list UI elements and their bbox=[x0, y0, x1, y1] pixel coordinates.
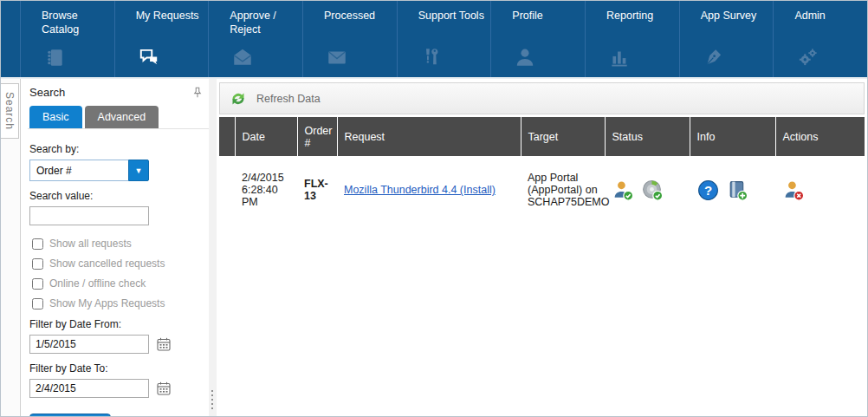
show-my-apps-requests-checkbox[interactable] bbox=[32, 298, 43, 309]
checkbox-show-cancelled-requests[interactable]: Show cancelled requests bbox=[29, 257, 200, 270]
column-header-status[interactable]: Status bbox=[605, 117, 690, 156]
column-header-select bbox=[219, 117, 235, 156]
user-approved-icon bbox=[612, 179, 635, 202]
content-area: Search Search Basic Advanced Search by: … bbox=[1, 77, 867, 416]
catalog-icon bbox=[43, 46, 66, 68]
nav-my-requests[interactable]: My Requests bbox=[114, 1, 209, 77]
envelope-icon bbox=[326, 46, 348, 68]
row-select-cell bbox=[219, 156, 235, 224]
search-value-input[interactable] bbox=[29, 206, 149, 225]
chat-icon bbox=[138, 46, 160, 68]
tab-advanced[interactable]: Advanced bbox=[85, 106, 159, 128]
nav-app-survey[interactable]: App Survey bbox=[679, 1, 774, 77]
row-date: 2/4/2015 6:28:40 PM bbox=[235, 156, 297, 224]
column-header-info[interactable]: Info bbox=[690, 117, 775, 156]
table-header-row: Date Order # Request Target Status Info … bbox=[219, 117, 865, 156]
search-by-label: Search by: bbox=[29, 143, 200, 155]
info-icons: ? bbox=[696, 179, 768, 202]
search-form: Search by: Order # ▼ Search value: Show … bbox=[28, 129, 209, 417]
nav-browse-catalog[interactable]: Browse Catalog bbox=[20, 1, 114, 77]
app-portal-window: Browse Catalog My Requests Approve / Rej… bbox=[0, 0, 868, 417]
nav-support-tools[interactable]: Support Tools bbox=[397, 1, 491, 77]
date-from-label: Filter by Date From: bbox=[29, 318, 200, 330]
search-panel-title: Search bbox=[29, 86, 65, 99]
gears-icon bbox=[796, 46, 819, 68]
top-navigation: Browse Catalog My Requests Approve / Rej… bbox=[1, 1, 867, 77]
nav-approve-reject[interactable]: Approve / Reject bbox=[208, 1, 302, 77]
cancel-request-icon[interactable] bbox=[782, 179, 806, 202]
pin-icon[interactable] bbox=[191, 87, 204, 99]
requests-main-area: Refresh Data Date Order # Request Target… bbox=[217, 79, 867, 416]
nav-reporting[interactable]: Reporting bbox=[585, 1, 679, 77]
date-to-input[interactable] bbox=[29, 379, 149, 398]
help-icon[interactable]: ? bbox=[696, 179, 720, 202]
nav-profile[interactable]: Profile bbox=[490, 1, 585, 77]
refresh-icon[interactable] bbox=[228, 88, 249, 109]
search-button[interactable]: Search bbox=[29, 414, 111, 417]
nav-admin[interactable]: Admin bbox=[773, 1, 867, 77]
date-from-input[interactable] bbox=[29, 335, 149, 354]
search-by-selected-value: Order # bbox=[29, 160, 128, 181]
checkbox-show-my-apps-requests[interactable]: Show My Apps Requests bbox=[29, 297, 200, 309]
checkbox-show-all-requests[interactable]: Show all requests bbox=[29, 238, 200, 250]
column-header-date[interactable]: Date bbox=[235, 117, 297, 156]
table-row: 2/4/2015 6:28:40 PM FLX-13 Mozilla Thund… bbox=[219, 156, 865, 224]
calendar-icon[interactable] bbox=[156, 381, 172, 396]
show-all-requests-checkbox[interactable] bbox=[32, 238, 43, 250]
requests-table: Date Order # Request Target Status Info … bbox=[219, 117, 865, 224]
action-icons bbox=[782, 179, 858, 202]
search-vertical-tab[interactable]: Search bbox=[1, 83, 19, 139]
grid-toolbar: Refresh Data bbox=[219, 82, 865, 114]
splitter-grip-icon bbox=[211, 390, 213, 409]
chevron-down-icon[interactable]: ▼ bbox=[128, 160, 149, 181]
column-header-request[interactable]: Request bbox=[337, 117, 521, 156]
search-value-label: Search value: bbox=[29, 190, 200, 202]
search-panel: Search Basic Advanced Search by: Order #… bbox=[20, 79, 209, 416]
bar-chart-icon bbox=[608, 46, 631, 68]
column-header-actions[interactable]: Actions bbox=[775, 117, 865, 156]
add-software-icon[interactable] bbox=[726, 179, 749, 202]
column-header-order[interactable]: Order # bbox=[297, 117, 337, 156]
row-target: App Portal (AppPortal) on SCHAP75DEMO bbox=[521, 156, 605, 224]
request-link[interactable]: Mozilla Thunderbird 4.4 (Install) bbox=[344, 184, 496, 196]
calendar-icon[interactable] bbox=[156, 336, 172, 352]
search-panel-tabs: Basic Advanced bbox=[28, 106, 209, 129]
search-by-dropdown[interactable]: Order # ▼ bbox=[29, 160, 149, 181]
sidebar-splitter[interactable] bbox=[209, 79, 217, 416]
install-complete-icon bbox=[641, 179, 664, 202]
svg-text:?: ? bbox=[704, 182, 712, 197]
side-tab-strip: Search bbox=[1, 79, 20, 416]
tab-basic[interactable]: Basic bbox=[29, 106, 82, 128]
online-offline-check-checkbox[interactable] bbox=[32, 278, 43, 290]
nav-left-spacer bbox=[1, 1, 20, 77]
tools-icon bbox=[420, 46, 443, 68]
row-order-number: FLX-13 bbox=[297, 156, 337, 224]
search-panel-header: Search bbox=[28, 84, 209, 106]
column-header-target[interactable]: Target bbox=[521, 117, 605, 156]
nav-processed[interactable]: Processed bbox=[302, 1, 397, 77]
refresh-data-label[interactable]: Refresh Data bbox=[256, 93, 321, 105]
date-to-label: Filter by Date To: bbox=[29, 362, 200, 375]
show-cancelled-requests-checkbox[interactable] bbox=[32, 258, 43, 270]
person-icon bbox=[514, 46, 536, 68]
status-icons bbox=[612, 179, 683, 202]
checkbox-online-offline-check[interactable]: Online / offline check bbox=[29, 277, 200, 290]
pen-icon bbox=[703, 46, 725, 68]
open-envelope-icon bbox=[231, 46, 254, 68]
